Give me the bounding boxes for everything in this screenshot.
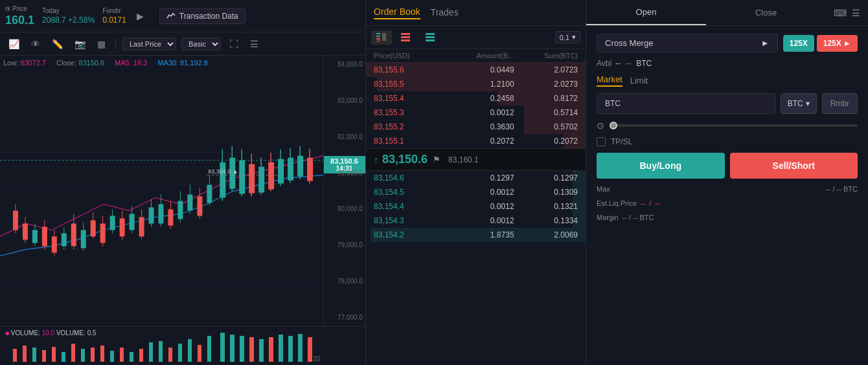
chevron-down-icon: ▾ bbox=[806, 99, 810, 108]
right-panel: Open Close ⌨ ☰ Cross Merge ► 125X 125X ► bbox=[586, 0, 868, 365]
cross-merge-label: Cross Merge bbox=[605, 38, 653, 48]
rp-tab-icons: ⌨ ☰ bbox=[826, 8, 868, 18]
sell-short-btn[interactable]: Sell/Short bbox=[730, 153, 858, 179]
price-80000: 80,000.0 bbox=[326, 205, 363, 212]
settings-icon[interactable]: ☰ bbox=[247, 38, 262, 50]
chart-type-select[interactable]: Basic bbox=[181, 38, 221, 50]
col-price: Price(USD) bbox=[374, 52, 444, 60]
menu-lines-icon[interactable]: ☰ bbox=[852, 8, 860, 18]
svg-rect-83 bbox=[120, 348, 124, 362]
tab-trades[interactable]: Trades bbox=[431, 7, 459, 19]
svg-rect-84 bbox=[130, 352, 133, 362]
view-both-icon[interactable] bbox=[371, 30, 392, 45]
svg-rect-81 bbox=[100, 346, 104, 362]
ask-row[interactable]: 83,155.2 0.3630 0.5702 bbox=[366, 120, 586, 134]
fullscreen-icon[interactable]: ⛶ bbox=[226, 38, 242, 50]
slider-thumb[interactable] bbox=[610, 122, 617, 129]
bid-row[interactable]: 83,154.3 0.0012 0.1334 bbox=[366, 214, 586, 228]
input-row: BTC BTC ▾ Rmbr bbox=[597, 93, 858, 114]
ask-row[interactable]: 83,155.4 0.2458 0.8172 bbox=[366, 91, 586, 105]
ob-header: Order Book Trades bbox=[366, 0, 586, 26]
chart-line-icon bbox=[166, 12, 176, 21]
est-liq-row: Est.Liq.Price -- / -- bbox=[597, 199, 858, 207]
ask-price: 83,155.2 bbox=[374, 122, 444, 131]
orderbook-panel: Order Book Trades 0.1 ▾ Price(USD) Amoun… bbox=[366, 0, 586, 365]
ask-row[interactable]: 83,155.1 0.2072 0.2072 bbox=[366, 134, 586, 148]
price-78000: 78,000.0 bbox=[326, 278, 363, 285]
up-arrow-icon: ↑ bbox=[374, 155, 378, 165]
margin-value: -- / -- BTC bbox=[622, 214, 654, 221]
svg-rect-79 bbox=[81, 349, 85, 362]
margin-row: Margin -- / -- BTC bbox=[597, 214, 858, 221]
price-type-select[interactable]: Last Price bbox=[122, 38, 176, 50]
bid-row[interactable]: 83,154.2 1.8735 2.0069 bbox=[366, 228, 586, 242]
tab-open[interactable]: Open bbox=[586, 0, 706, 25]
tab-close[interactable]: Close bbox=[706, 0, 826, 25]
max-value: -- / -- BTC bbox=[826, 185, 858, 193]
svg-rect-100 bbox=[288, 336, 293, 362]
svg-rect-74 bbox=[32, 348, 36, 362]
svg-rect-85 bbox=[139, 349, 143, 362]
svg-rect-91 bbox=[198, 345, 201, 362]
camera-icon[interactable]: 📷 bbox=[71, 38, 89, 50]
svg-rect-105 bbox=[376, 38, 380, 39]
ask-price: 83,155.3 bbox=[374, 108, 444, 117]
market-btn[interactable]: Market bbox=[597, 74, 622, 87]
bid-price: 83,154.6 bbox=[374, 173, 444, 182]
flag-price: 83,160.1 bbox=[448, 155, 479, 164]
ask-row[interactable]: 83,155.6 0.0449 2.0723 bbox=[366, 63, 586, 77]
slider-track[interactable] bbox=[610, 124, 858, 127]
layout-icon[interactable]: ▦ bbox=[94, 38, 109, 50]
depth-select[interactable]: 0.1 ▾ bbox=[555, 31, 580, 43]
leverage-left-btn[interactable]: 125X bbox=[783, 35, 814, 52]
funding-value: 0.0171 bbox=[102, 16, 126, 25]
eye-icon[interactable]: 👁 bbox=[28, 38, 43, 50]
price-scale: 84,000.0 83,000.0 82,000.0 81,000.0 80,0… bbox=[323, 56, 365, 326]
bid-row[interactable]: 83,154.6 0.1297 0.1297 bbox=[366, 171, 586, 185]
view-sells-icon[interactable] bbox=[396, 30, 417, 45]
transaction-data-tab[interactable]: Transaction Data bbox=[159, 8, 246, 24]
buy-long-btn[interactable]: Buy/Long bbox=[597, 153, 725, 179]
bid-amount: 0.0012 bbox=[444, 188, 514, 197]
currency-select[interactable]: BTC ▾ bbox=[781, 93, 817, 114]
svg-rect-88 bbox=[168, 348, 172, 362]
bid-row[interactable]: 83,154.5 0.0012 0.1309 bbox=[366, 185, 586, 199]
ask-row[interactable]: 83,155.3 0.0012 0.5714 bbox=[366, 105, 586, 120]
currency-value: BTC bbox=[788, 99, 803, 108]
est-sep: / bbox=[649, 199, 651, 207]
depth-value: 0.1 bbox=[560, 34, 569, 41]
max-label: Max bbox=[597, 185, 610, 193]
svg-rect-86 bbox=[149, 342, 153, 362]
rmbr-btn[interactable]: Rmbr bbox=[822, 93, 858, 114]
bid-row[interactable]: 83,154.4 0.0012 0.1321 bbox=[366, 199, 586, 214]
svg-rect-106 bbox=[376, 41, 380, 41]
ask-row[interactable]: 83,155.5 1.2100 2.0273 bbox=[366, 77, 586, 91]
svg-rect-95 bbox=[240, 336, 244, 362]
leverage-right-btn[interactable]: 125X ► bbox=[817, 35, 858, 52]
svg-rect-104 bbox=[376, 36, 380, 37]
est-liq-value: -- bbox=[641, 199, 645, 207]
market-limit-row: Market Limit bbox=[597, 74, 858, 87]
svg-rect-102 bbox=[308, 337, 312, 362]
view-buys-icon[interactable] bbox=[420, 30, 441, 45]
tab-order-book[interactable]: Order Book bbox=[374, 6, 420, 19]
cross-merge-select[interactable]: Cross Merge ► bbox=[597, 34, 778, 52]
price-81000: 81,000.0 bbox=[326, 170, 363, 177]
cross-merge-row: Cross Merge ► 125X 125X ► bbox=[597, 34, 858, 52]
price-input[interactable]: BTC bbox=[597, 93, 775, 114]
bid-sum: 0.1297 bbox=[514, 173, 578, 182]
draw-icon[interactable]: ✏️ bbox=[49, 38, 66, 50]
tpsl-checkbox[interactable] bbox=[597, 137, 606, 146]
keyboard-icon[interactable]: ⌨ bbox=[834, 8, 847, 18]
indicator-icon[interactable]: 📈 bbox=[5, 38, 23, 50]
limit-btn[interactable]: Limit bbox=[630, 76, 648, 85]
svg-rect-73 bbox=[23, 346, 27, 362]
svg-rect-94 bbox=[230, 335, 234, 362]
svg-rect-78 bbox=[71, 344, 75, 362]
bid-price: 83,154.4 bbox=[374, 202, 444, 211]
expand-icon[interactable]: ▶ bbox=[137, 11, 144, 21]
ask-amount: 0.2072 bbox=[444, 137, 514, 146]
today-label: Today bbox=[42, 7, 95, 14]
svg-rect-75 bbox=[42, 350, 46, 362]
bid-amount: 0.1297 bbox=[444, 173, 514, 182]
